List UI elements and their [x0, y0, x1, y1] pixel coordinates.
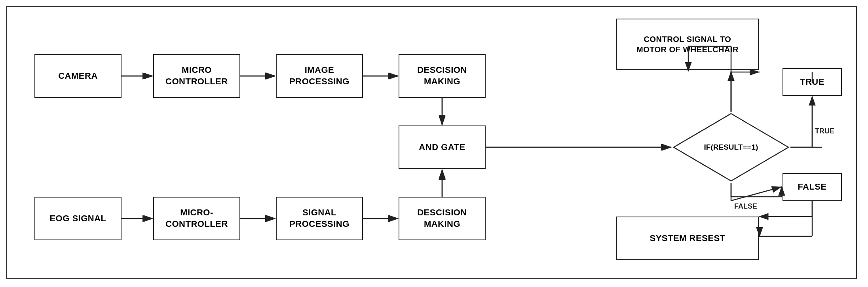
true-box: TRUE: [783, 68, 842, 96]
andgate-box: AND GATE: [399, 125, 486, 169]
false-box: FALSE: [783, 173, 842, 201]
ifresult-diamond: IF(RESULT==1): [672, 112, 790, 183]
svg-text:FALSE: FALSE: [734, 202, 757, 210]
microcontroller2-box: MICRO-CONTROLLER: [153, 197, 240, 240]
decisionmaking1-box: DESCISIONMAKING: [399, 54, 486, 98]
microcontroller1-box: MICROCONTROLLER: [153, 54, 240, 98]
camera-box: CAMERA: [34, 54, 122, 98]
decisionmaking2-box: DESCISIONMAKING: [399, 197, 486, 240]
diagram-container: CAMERA MICROCONTROLLER IMAGEPROCESSING D…: [6, 6, 857, 279]
eog-box: EOG SIGNAL: [34, 197, 122, 240]
signalprocessing-box: SIGNALPROCESSING: [276, 197, 363, 240]
svg-text:TRUE: TRUE: [815, 127, 834, 135]
control-signal-box: CONTROL SIGNAL TOMOTOR OF WHEELCHAIR: [616, 19, 759, 70]
system-reset-box: SYSTEM RESEST: [616, 217, 759, 260]
svg-line-17: [731, 187, 782, 201]
imageprocessing-box: IMAGEPROCESSING: [276, 54, 363, 98]
